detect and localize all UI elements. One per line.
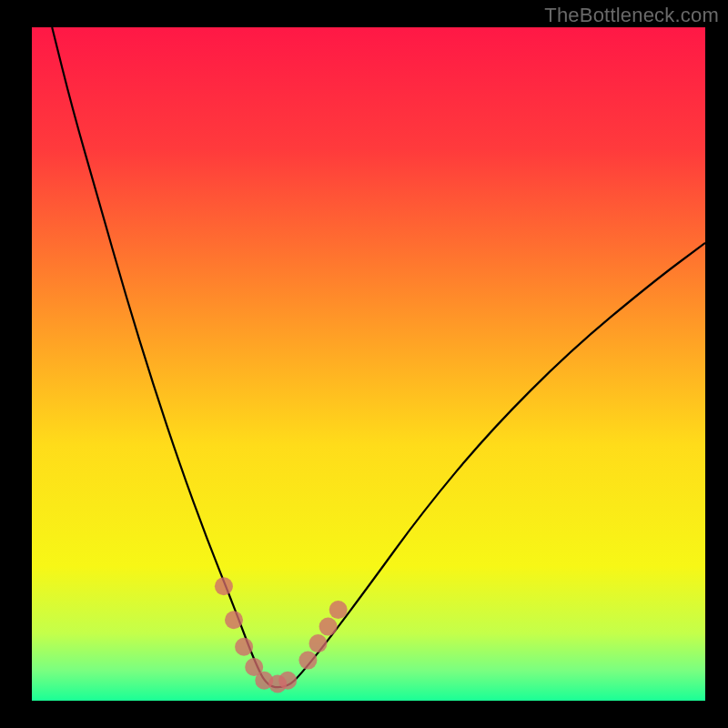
watermark-text: TheBottleneck.com xyxy=(544,4,719,27)
bottleneck-chart xyxy=(0,0,728,728)
marker-dot xyxy=(225,611,243,629)
marker-dot xyxy=(215,577,233,595)
marker-dot xyxy=(298,652,317,670)
marker-dot xyxy=(235,638,253,656)
plot-background xyxy=(32,27,705,701)
marker-dot xyxy=(329,601,348,619)
marker-dot xyxy=(309,634,328,652)
marker-dot xyxy=(319,618,338,636)
chart-container: TheBottleneck.com xyxy=(0,0,728,728)
marker-dot xyxy=(278,672,297,690)
